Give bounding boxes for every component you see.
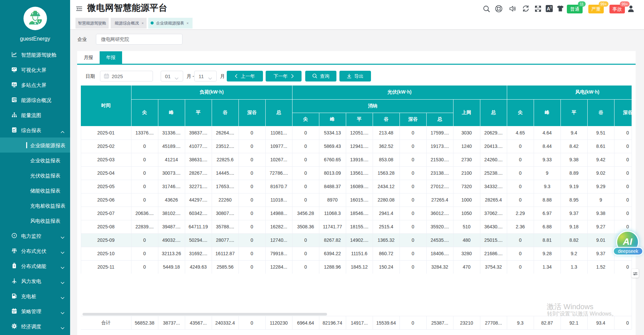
svg-text:文: 文 [550, 6, 552, 9]
